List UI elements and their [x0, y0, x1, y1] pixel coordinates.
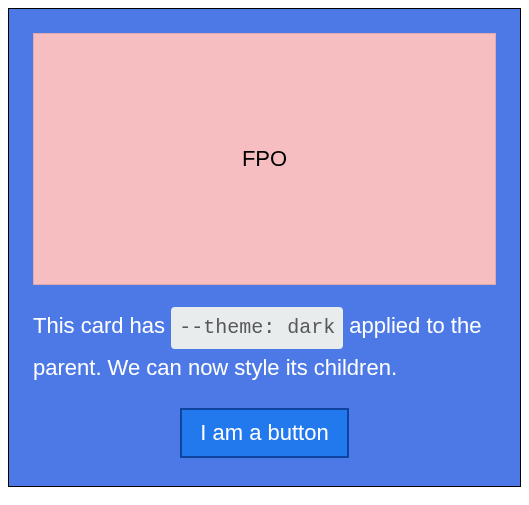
- placeholder-label: FPO: [242, 146, 287, 172]
- code-chip: --theme: dark: [171, 307, 343, 349]
- button-row: I am a button: [33, 408, 496, 458]
- image-placeholder: FPO: [33, 33, 496, 285]
- demo-button[interactable]: I am a button: [180, 408, 348, 458]
- card: FPO This card has --theme: dark applied …: [8, 8, 521, 487]
- card-description: This card has --theme: dark applied to t…: [33, 307, 496, 386]
- description-text-before: This card has: [33, 313, 171, 338]
